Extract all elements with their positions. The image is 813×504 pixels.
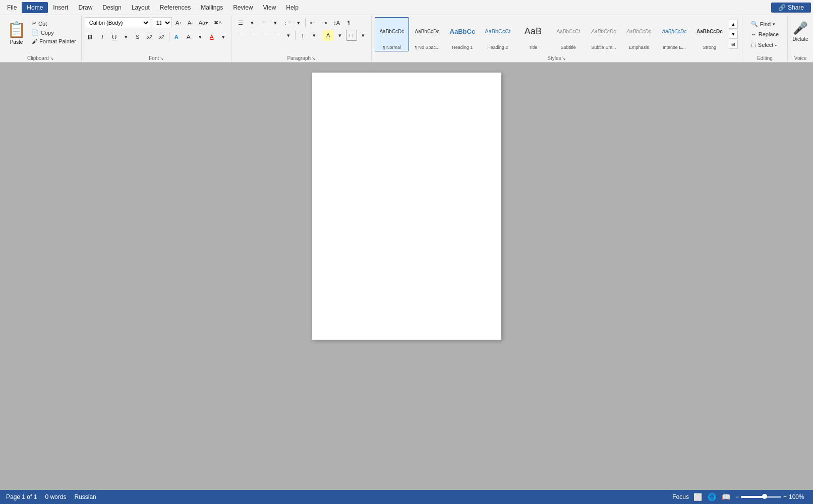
styles-scroll-down[interactable]: ▼ [729, 30, 738, 39]
copy-label: Copy [41, 30, 54, 36]
zoom-out-button[interactable]: − [735, 493, 739, 500]
strikethrough-button[interactable]: S [132, 31, 143, 42]
decrease-indent-button[interactable]: ⇤ [307, 17, 318, 28]
menu-file[interactable]: File [2, 2, 22, 13]
decrease-font-size-button[interactable]: A- [185, 18, 195, 28]
replace-button[interactable]: ↔ Replace [747, 30, 783, 39]
menu-view[interactable]: View [258, 2, 281, 13]
menu-layout[interactable]: Layout [127, 2, 155, 13]
font-size-select[interactable]: 11 [152, 17, 172, 28]
menu-references[interactable]: References [155, 2, 196, 13]
focus-button[interactable]: Focus [672, 493, 689, 500]
font-color-arrow[interactable]: ▾ [218, 32, 228, 42]
line-spacing-arrow[interactable]: ▾ [309, 30, 319, 40]
find-arrow[interactable]: ▾ [773, 22, 775, 27]
justify-button[interactable]: ⋯ [271, 30, 282, 41]
cut-label: Cut [38, 21, 47, 27]
change-case-button[interactable]: Aa▾ [197, 18, 210, 28]
zoom-thumb[interactable] [762, 494, 767, 499]
document-page[interactable] [312, 73, 501, 340]
align-left-button[interactable]: ⋯ [235, 30, 246, 41]
word-count[interactable]: 0 words [45, 493, 66, 500]
style-no-spacing[interactable]: AaBbCcDc ¶ No Spac... [410, 17, 444, 51]
subscript-button[interactable]: x2 [144, 31, 155, 42]
numbering-arrow[interactable]: ▾ [270, 18, 280, 28]
menu-help[interactable]: Help [281, 2, 304, 13]
italic-button[interactable]: I [97, 31, 108, 42]
increase-font-size-button[interactable]: A+ [173, 18, 184, 28]
select-button[interactable]: ⬚ Select - [747, 40, 783, 49]
menu-draw[interactable]: Draw [73, 2, 97, 13]
multilevel-arrow[interactable]: ▾ [294, 18, 304, 28]
bullets-button[interactable]: ☰ [235, 17, 246, 28]
style-emphasis[interactable]: AaBbCcDc Emphasis [622, 17, 656, 51]
font-name-select[interactable]: Calibri (Body) [85, 17, 150, 28]
styles-expand-icon[interactable]: ↘ [562, 56, 566, 61]
editing-group: 🔍 Find ▾ ↔ Replace ⬚ Select - Editing [742, 15, 788, 62]
text-highlight-button[interactable]: Ȧ [183, 31, 194, 42]
copy-button[interactable]: 📄 Copy [30, 28, 78, 37]
shading-button[interactable]: A [323, 30, 334, 41]
document-area[interactable] [0, 62, 813, 490]
style-strong[interactable]: AaBbCcDc Strong [692, 17, 727, 51]
show-formatting-button[interactable]: ¶ [343, 17, 355, 28]
language[interactable]: Russian [74, 493, 96, 500]
underline-arrow[interactable]: ▾ [121, 32, 131, 42]
zoom-level[interactable]: 100% [789, 493, 807, 500]
font-expand-icon[interactable]: ↘ [160, 56, 164, 61]
shading-arrow[interactable]: ▾ [335, 30, 345, 40]
page-info[interactable]: Page 1 of 1 [6, 493, 37, 500]
styles-scroll-up[interactable]: ▲ [729, 20, 738, 29]
superscript-button[interactable]: x2 [156, 31, 167, 42]
print-layout-view-button[interactable]: ⬜ [693, 492, 703, 502]
menu-review[interactable]: Review [228, 2, 258, 13]
underline-button[interactable]: U [109, 31, 120, 42]
borders-arrow[interactable]: ▾ [358, 30, 368, 40]
menu-mailings[interactable]: Mailings [196, 2, 228, 13]
dictate-icon: 🎤 [793, 21, 808, 35]
bold-button[interactable]: B [85, 31, 96, 42]
sort-button[interactable]: ↕A [331, 17, 342, 28]
style-heading1[interactable]: AaBbCc Heading 1 [445, 17, 480, 51]
style-emphasis-label: Emphasis [629, 45, 649, 50]
style-title[interactable]: AaB Title [516, 17, 550, 51]
menu-home[interactable]: Home [22, 2, 48, 13]
read-mode-view-button[interactable]: 📖 [721, 492, 731, 502]
highlight-arrow[interactable]: ▾ [195, 32, 205, 42]
paragraph-expand-icon[interactable]: ↘ [312, 56, 316, 61]
borders-button[interactable]: □ [346, 30, 357, 41]
cut-button[interactable]: ✂ Cut [30, 19, 78, 28]
text-effects-button[interactable]: A [171, 31, 182, 42]
web-layout-view-button[interactable]: 🌐 [707, 492, 717, 502]
voice-group-label: Voice [794, 55, 806, 61]
style-heading1-preview: AaBbCc [447, 19, 478, 44]
style-subtle-em[interactable]: AaBbCcDc Subtle Em... [587, 17, 621, 51]
increase-indent-button[interactable]: ⇥ [319, 17, 330, 28]
clipboard-expand-icon[interactable]: ↘ [50, 56, 54, 61]
align-center-button[interactable]: ⋯ [247, 30, 258, 41]
zoom-in-button[interactable]: + [783, 493, 787, 500]
numbering-button[interactable]: ≡ [258, 17, 269, 28]
find-button[interactable]: 🔍 Find ▾ [747, 19, 783, 29]
multilevel-list-button[interactable]: ⋮≡ [281, 17, 293, 28]
zoom-slider[interactable] [741, 496, 781, 498]
styles-expand[interactable]: ⊞ [729, 40, 738, 49]
font-color-button[interactable]: A [206, 31, 217, 42]
menu-design[interactable]: Design [97, 2, 126, 13]
menu-insert[interactable]: Insert [48, 2, 73, 13]
line-spacing-button[interactable]: ↕ [297, 30, 308, 41]
paste-button[interactable]: 📋 Paste [3, 17, 30, 48]
style-subtitle-preview: AaBbCcCt [553, 19, 584, 44]
format-painter-button[interactable]: 🖌 Format Painter [30, 37, 78, 45]
style-heading2[interactable]: AaBbCcCt Heading 2 [481, 17, 515, 51]
share-icon: 🔗 [778, 4, 786, 11]
bullets-arrow[interactable]: ▾ [247, 18, 257, 28]
format-painter-icon: 🖌 [32, 38, 37, 44]
align-right-button[interactable]: ⋯ [259, 30, 270, 41]
share-button[interactable]: 🔗 Share [771, 3, 811, 13]
style-subtitle[interactable]: AaBbCcCt Subtitle [551, 17, 586, 51]
style-intense-e[interactable]: AaBbCcDc Intense E... [657, 17, 691, 51]
clear-formatting-button[interactable]: ✖A [212, 18, 223, 28]
align-arrow[interactable]: ▾ [283, 30, 294, 40]
style-normal[interactable]: AaBbCcDc ¶ Normal [375, 17, 409, 51]
